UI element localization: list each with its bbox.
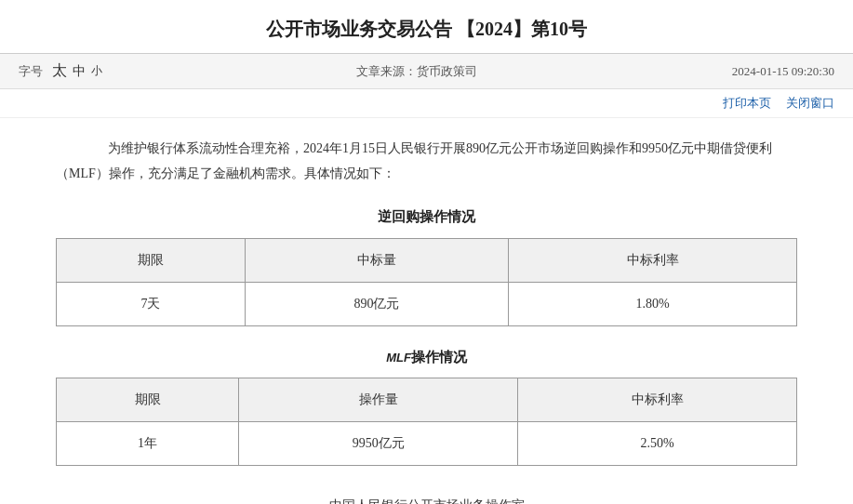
action-links: 打印本页 关闭窗口 <box>0 89 853 118</box>
font-size-controls: 字号 太 中 小 <box>19 61 102 81</box>
rr-header-col2: 中标量 <box>245 238 508 282</box>
main-content: 为维护银行体系流动性合理充裕，2024年1月15日人民银行开展890亿元公开市场… <box>0 118 853 504</box>
rr-row1-col2: 890亿元 <box>245 282 508 325</box>
source-name: 货币政策司 <box>417 64 477 78</box>
print-link[interactable]: 打印本页 <box>723 95 771 112</box>
font-large-button[interactable]: 太 <box>52 61 67 81</box>
font-small-button[interactable]: 小 <box>91 63 102 79</box>
table-row: 1年 9950亿元 2.50% <box>57 422 797 466</box>
close-link[interactable]: 关闭窗口 <box>786 95 834 112</box>
mlf-row1-col2: 9950亿元 <box>239 422 518 466</box>
toolbar: 字号 太 中 小 文章来源：货币政策司 2024-01-15 09:20:30 <box>0 54 853 89</box>
rr-row1-col1: 7天 <box>57 282 246 325</box>
intro-paragraph: 为维护银行体系流动性合理充裕，2024年1月15日人民银行开展890亿元公开市场… <box>56 137 797 186</box>
source-label: 文章来源： <box>356 64 417 78</box>
mlf-row1-col1: 1年 <box>57 422 239 466</box>
mlf-header-row: 期限 操作量 中标利率 <box>57 378 797 422</box>
rr-header-col3: 中标利率 <box>509 238 797 282</box>
mlf-header-col3: 中标利率 <box>518 378 797 422</box>
font-size-label: 字号 <box>19 63 43 80</box>
reverse-repo-title: 逆回购操作情况 <box>56 205 797 231</box>
page-title: 公开市场业务交易公告 【2024】第10号 <box>0 17 853 42</box>
mlf-title-prefix: MLF <box>386 351 411 365</box>
datetime: 2024-01-15 09:20:30 <box>732 64 834 79</box>
font-mid-button[interactable]: 中 <box>73 63 86 80</box>
mlf-title-suffix: 操作情况 <box>411 350 467 365</box>
mlf-title: MLF操作情况 <box>56 345 797 371</box>
source-info: 文章来源：货币政策司 <box>356 63 477 80</box>
footer-org: 中国人民银行公开市场业务操作室 <box>56 494 797 504</box>
rr-row1-col3: 1.80% <box>509 282 797 325</box>
reverse-repo-header-row: 期限 中标量 中标利率 <box>57 238 797 282</box>
mlf-header-col1: 期限 <box>57 378 239 422</box>
rr-header-col1: 期限 <box>57 238 246 282</box>
reverse-repo-table: 期限 中标量 中标利率 7天 890亿元 1.80% <box>56 238 797 326</box>
mlf-table: 期限 操作量 中标利率 1年 9950亿元 2.50% <box>56 378 797 466</box>
mlf-row1-col3: 2.50% <box>518 422 797 466</box>
table-row: 7天 890亿元 1.80% <box>57 282 797 325</box>
page-header: 公开市场业务交易公告 【2024】第10号 <box>0 0 853 54</box>
mlf-header-col2: 操作量 <box>239 378 518 422</box>
